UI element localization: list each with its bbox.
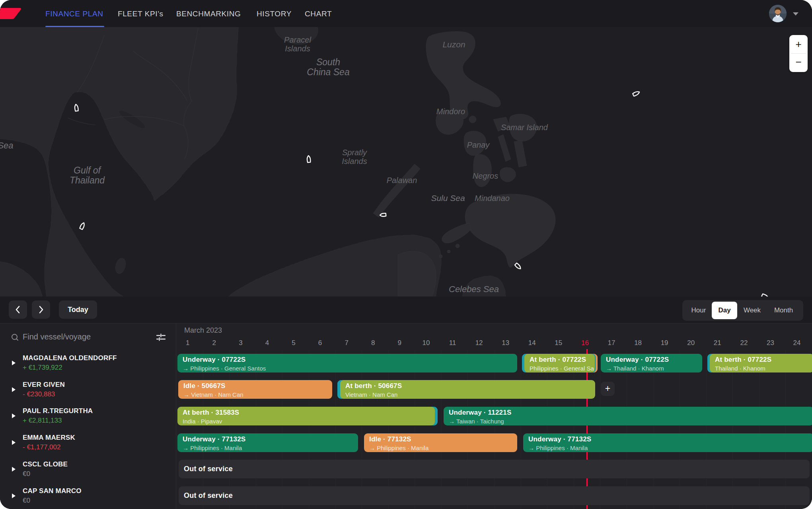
svg-text:Islands: Islands [285, 44, 310, 53]
svg-text:Paracel: Paracel [284, 35, 311, 44]
svg-text:Palawan: Palawan [387, 176, 417, 185]
svg-text:Mindoro: Mindoro [436, 107, 465, 116]
svg-text:Negros: Negros [473, 172, 498, 180]
svg-text:Mindanao: Mindanao [475, 194, 510, 203]
svg-text:Luzon: Luzon [442, 40, 465, 49]
svg-text:Celebes Sea: Celebes Sea [449, 284, 499, 294]
svg-text:China Sea: China Sea [307, 67, 349, 77]
svg-text:Thailand: Thailand [70, 175, 105, 185]
svg-text:Islands: Islands [342, 157, 367, 166]
svg-text:Panay: Panay [467, 140, 490, 149]
svg-text:South: South [316, 57, 340, 67]
svg-text:Spratly: Spratly [342, 148, 367, 157]
svg-text:Sulu Sea: Sulu Sea [431, 193, 465, 203]
svg-text:Gulf of: Gulf of [74, 165, 101, 176]
svg-text:Sea: Sea [0, 140, 14, 150]
svg-text:Samar Island: Samar Island [501, 123, 548, 132]
